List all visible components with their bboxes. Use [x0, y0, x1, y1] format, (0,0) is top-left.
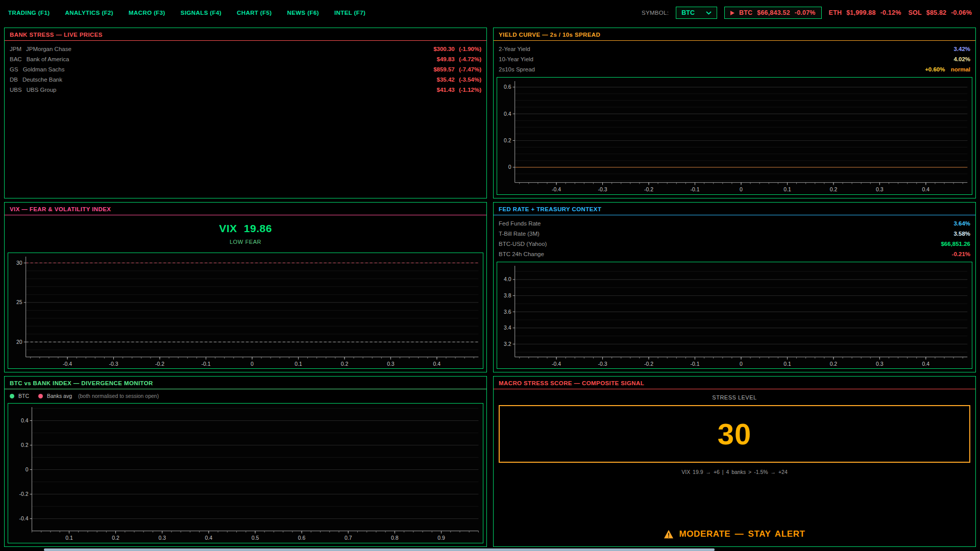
- ticker-symbol: SOL: [908, 9, 921, 16]
- spread-status: normal: [951, 66, 970, 72]
- svg-text:0.4: 0.4: [21, 418, 29, 423]
- fed-row-btcusd: BTC-USD (Yahoo) $66,851.26: [494, 239, 975, 249]
- stress-breakdown: VIX 19.9 → +6 | 4 banks > -1.5% → +24: [494, 469, 975, 475]
- svg-text:0.3: 0.3: [387, 361, 395, 366]
- fed-row-tbill: T-Bill Rate (3M) 3.58%: [494, 229, 975, 239]
- bank-row-gs: GSGoldman Sachs $859.57 (-7.47%): [5, 64, 486, 74]
- svg-text:0.6: 0.6: [298, 535, 306, 541]
- svg-text:0.2: 0.2: [21, 442, 29, 448]
- dashboard-grid: BANK STRESS — LIVE PRICES JPMJPMorgan Ch…: [4, 28, 976, 547]
- symbol-label: SYMBOL:: [642, 10, 669, 16]
- row-label: BTC 24h Change: [499, 251, 544, 257]
- panel-macro-stress: MACRO STRESS SCORE — COMPOSITE SIGNAL ST…: [493, 376, 976, 547]
- legend-note: (both normalised to session open): [78, 393, 159, 399]
- bank-name: Goldman Sachs: [23, 66, 65, 72]
- row-label: 2-Year Yield: [499, 46, 530, 52]
- nav-item-intel[interactable]: INTEL (F7): [334, 10, 365, 16]
- panel-bank-stress: BANK STRESS — LIVE PRICES JPMJPMorgan Ch…: [4, 28, 487, 198]
- svg-text:-0.2: -0.2: [644, 361, 653, 366]
- stress-gauge-label: STRESS LEVEL: [494, 394, 975, 400]
- svg-text:0.9: 0.9: [437, 535, 445, 541]
- bank-price: $859.57 (-7.47%): [433, 66, 481, 72]
- row-label: Fed Funds Rate: [499, 220, 541, 227]
- ticker-price: $85.82: [926, 9, 946, 16]
- svg-text:30: 30: [16, 260, 22, 266]
- svg-text:0.1: 0.1: [295, 361, 302, 366]
- svg-text:0: 0: [251, 361, 254, 366]
- svg-text:20: 20: [16, 339, 22, 344]
- yield-row-spread: 2s10s Spread +0.60% normal: [494, 64, 975, 74]
- svg-text:0.3: 0.3: [876, 361, 884, 366]
- svg-text:-0.1: -0.1: [690, 187, 699, 192]
- nav-item-chart[interactable]: CHART (F5): [237, 10, 272, 16]
- stress-status-row: MODERATE — STAY ALERT: [494, 529, 975, 539]
- row-label: BTC-USD (Yahoo): [499, 241, 547, 247]
- bank-code: UBS: [10, 87, 22, 93]
- svg-text:4.0: 4.0: [504, 277, 511, 282]
- svg-text:0.1: 0.1: [783, 187, 791, 192]
- ticker-sol: SOL $85.82 -0.06%: [908, 9, 972, 16]
- svg-text:3.8: 3.8: [504, 293, 511, 298]
- symbol-select-value: BTC: [681, 9, 695, 16]
- panel-yield-curve: YIELD CURVE — 2s / 10s SPREAD 2-Year Yie…: [493, 28, 976, 198]
- svg-text:0.4: 0.4: [205, 535, 213, 541]
- svg-text:0.3: 0.3: [158, 535, 166, 541]
- svg-text:3.2: 3.2: [504, 341, 511, 347]
- bank-code: GS: [10, 66, 18, 72]
- svg-text:0: 0: [508, 164, 511, 170]
- warning-triangle-icon: [664, 530, 674, 539]
- yield-row-10y: 10-Year Yield 4.02%: [494, 54, 975, 64]
- svg-text:0.4: 0.4: [922, 187, 930, 192]
- nav-item-macro[interactable]: MACRO (F3): [129, 10, 165, 16]
- fed-row-funds: Fed Funds Rate 3.64%: [494, 218, 975, 229]
- row-value: $66,851.26: [941, 241, 970, 247]
- yield-curve-chart: -0.4-0.3-0.2-0.100.10.20.30.400.20.40.6: [497, 78, 972, 194]
- panel-title: YIELD CURVE — 2s / 10s SPREAD: [494, 28, 975, 41]
- bank-price: $35.42 (-3.54%): [437, 77, 481, 83]
- svg-text:0.2: 0.2: [112, 535, 119, 541]
- chevron-down-icon: [706, 11, 712, 15]
- row-value: 4.02%: [953, 56, 970, 62]
- svg-text:3.4: 3.4: [504, 325, 511, 331]
- svg-text:0.2: 0.2: [504, 138, 511, 143]
- nav-item-trading[interactable]: TRADING (F1): [8, 10, 50, 16]
- svg-text:25: 25: [16, 299, 22, 305]
- nav-item-signals[interactable]: SIGNALS (F4): [181, 10, 222, 16]
- bank-row-db: DBDeutsche Bank $35.42 (-3.54%): [5, 74, 486, 85]
- nav-item-analytics[interactable]: ANALYTICS (F2): [65, 10, 113, 16]
- main-nav: TRADING (F1) ANALYTICS (F2) MACRO (F3) S…: [8, 10, 365, 16]
- vix-headline: VIX 19.86: [5, 222, 486, 235]
- bank-name: Deutsche Bank: [22, 77, 62, 83]
- ticker-symbol: BTC: [739, 9, 752, 16]
- divergence-chart-frame: 0.10.20.30.40.50.60.70.80.9-0.4-0.200.20…: [8, 403, 483, 543]
- panel-title: BANK STRESS — LIVE PRICES: [5, 28, 486, 41]
- bank-code: DB: [10, 77, 18, 83]
- svg-text:0: 0: [740, 187, 743, 192]
- panel-divergence: BTC vs BANK INDEX — DIVERGENCE MONITOR B…: [4, 376, 487, 547]
- svg-text:-0.4: -0.4: [19, 516, 28, 521]
- ticker-symbol: ETH: [829, 9, 842, 16]
- horizontal-scrollbar-thumb[interactable]: [44, 548, 715, 551]
- fed-rate-chart: -0.4-0.3-0.2-0.100.10.20.30.43.23.43.63.…: [497, 262, 972, 369]
- row-value: 3.58%: [953, 231, 970, 237]
- bank-price: $49.83 (-4.72%): [437, 56, 481, 62]
- svg-text:-0.4: -0.4: [63, 361, 72, 366]
- symbol-select[interactable]: BTC: [676, 7, 717, 19]
- nav-item-news[interactable]: NEWS (F6): [287, 10, 319, 16]
- row-value: 3.64%: [953, 220, 970, 227]
- row-label: T-Bill Rate (3M): [499, 231, 540, 237]
- flag-icon: [730, 11, 734, 15]
- vix-chart: -0.4-0.3-0.2-0.100.10.20.30.4202530: [8, 253, 483, 369]
- svg-text:0.1: 0.1: [783, 361, 791, 366]
- divergence-chart: 0.10.20.30.40.50.60.70.80.9-0.4-0.200.20…: [8, 404, 483, 543]
- bank-name: UBS Group: [27, 87, 57, 93]
- bank-row-bac: BACBank of America $49.83 (-4.72%): [5, 54, 486, 64]
- bank-price: $41.43 (-1.12%): [437, 87, 481, 93]
- svg-text:-0.3: -0.3: [109, 361, 118, 366]
- svg-text:0: 0: [26, 467, 29, 472]
- stress-score-value: 30: [718, 417, 752, 451]
- svg-text:0.4: 0.4: [504, 111, 511, 117]
- ticker-change: -0.12%: [880, 9, 901, 16]
- bank-row-ubs: UBSUBS Group $41.43 (-1.12%): [5, 85, 486, 95]
- bank-code: JPM: [10, 46, 21, 52]
